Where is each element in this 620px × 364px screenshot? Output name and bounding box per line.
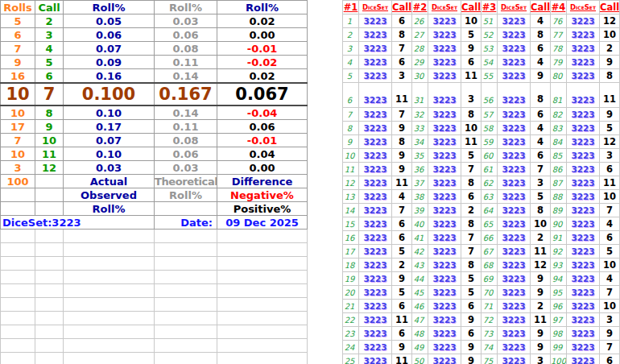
diceset-cell: 3223 [498, 83, 531, 108]
diceset-cell: 3223 [428, 245, 461, 259]
log-row: 332237283223953322367832232 [343, 42, 620, 56]
call-value-cell: 4 [600, 272, 620, 286]
diceset-cell: 3223 [359, 122, 392, 135]
call-value-cell: 8 [461, 176, 482, 190]
log-group-number-header: #3 [482, 1, 498, 14]
diceset-cell: 3223 [428, 135, 461, 149]
call-value-cell: 5 [531, 190, 551, 204]
empty-grid-cell [64, 339, 155, 353]
rollpct-label-cell: Roll% [155, 188, 217, 202]
diceset-cell: 3223 [567, 313, 600, 327]
roll-index-cell: 8 [343, 122, 359, 135]
call-value-cell: 6 [600, 354, 620, 364]
theoretical-cell: 0.167 [155, 83, 217, 105]
roll-index-cell: 35 [412, 149, 428, 163]
empty-grid-cell [35, 257, 64, 271]
empty-grid-cell [217, 325, 308, 339]
log-row: 183223243322386832231293322310 [343, 259, 620, 272]
call-value-cell: 6 [531, 108, 551, 122]
empty-grid-cell [64, 243, 155, 257]
roll-index-cell: 58 [482, 122, 498, 135]
roll-index-cell: 54 [482, 56, 498, 69]
roll-index-cell: 3 [343, 42, 359, 56]
call-value-cell: 9 [392, 341, 412, 354]
empty-grid-cell [35, 339, 64, 353]
diceset-cell: 3223 [428, 28, 461, 42]
call-value-cell: 9 [461, 42, 482, 56]
empty-grid-cell [64, 298, 155, 312]
diceset-cell: 3223 [428, 286, 461, 300]
empty-grid-row [1, 325, 308, 339]
diceset-cell: 3223 [498, 163, 531, 176]
call-value-cell: 8 [600, 69, 620, 83]
call-value-cell: 4 [531, 122, 551, 135]
difference-cell: -0.02 [217, 56, 308, 69]
call-value-cell: 8 [531, 28, 551, 42]
empty-grid-cell [155, 284, 217, 298]
empty-grid-row [1, 257, 308, 271]
roll-index-cell: 5 [343, 69, 359, 83]
rolls-cell: 17 [1, 120, 35, 134]
roll-index-cell: 4 [343, 56, 359, 69]
roll-index-cell: 25 [343, 354, 359, 364]
log-row: 1632236413223766322329132236 [343, 231, 620, 245]
actual-cell: 0.17 [64, 120, 155, 134]
diceset-cell: 3223 [567, 42, 600, 56]
roll-index-cell: 98 [551, 327, 567, 341]
empty-grid-cell [1, 271, 35, 284]
actual-cell: 0.10 [64, 105, 155, 120]
observed-label-cell: Observed [64, 188, 155, 202]
roll-index-cell: 1 [343, 14, 359, 28]
rolls-header: Rolls [1, 1, 35, 14]
log-diceset-header: DiceSet [567, 1, 600, 14]
diceset-cell: 3223 [428, 341, 461, 354]
roll-index-cell: 92 [551, 245, 567, 259]
call-value-cell: 9 [600, 327, 620, 341]
rolls-cell: 10 [1, 105, 35, 120]
roll-index-cell: 31 [412, 83, 428, 108]
call-value-cell: 3 [531, 354, 551, 364]
call-value-cell: 9 [531, 69, 551, 83]
rolls-cell: 16 [1, 69, 35, 84]
call-value-cell: 7 [392, 108, 412, 122]
diceset-cell: 3223 [567, 204, 600, 217]
log-row: 2322382732235523223877322310 [343, 28, 620, 42]
empty-grid-cell [155, 312, 217, 325]
roll-index-cell: 14 [343, 204, 359, 217]
difference-cell: 0.02 [217, 69, 308, 84]
roll-index-cell: 56 [482, 83, 498, 108]
theoretical-cell: 0.14 [155, 105, 217, 120]
diceset-cell: 3223 [498, 327, 531, 341]
empty-grid-cell [155, 243, 217, 257]
call-value-cell: 9 [600, 108, 620, 122]
roll-index-cell: 34 [412, 135, 428, 149]
rolls-cell: 6 [1, 28, 35, 42]
roll-index-cell: 91 [551, 231, 567, 245]
roll-index-cell: 38 [412, 190, 428, 204]
roll-index-cell: 51 [482, 14, 498, 28]
roll-index-cell: 47 [412, 313, 428, 327]
negative-pct-label-cell: Negative% [217, 188, 308, 202]
dice-roll-report: RollsCallRoll%Roll%Roll%520.050.030.0263… [0, 0, 620, 364]
call-value-cell: 10 [531, 217, 551, 231]
roll-index-cell: 28 [412, 42, 428, 56]
call-cell: 9 [35, 120, 64, 134]
diceset-cell: 3223 [498, 69, 531, 83]
roll-index-cell: 78 [551, 42, 567, 56]
diceset-cell: 3223 [359, 327, 392, 341]
rollpct-label-cell: Roll% [64, 202, 155, 216]
roll-index-cell: 23 [343, 327, 359, 341]
empty-grid-row [1, 271, 308, 284]
empty-grid-cell [1, 257, 35, 271]
blank-cell [1, 188, 35, 202]
theoretical-cell: 0.08 [155, 42, 217, 56]
roll-index-cell: 21 [343, 300, 359, 313]
difference-cell: 0.00 [217, 161, 308, 175]
diceset-cell: 3223 [428, 204, 461, 217]
log-row: 13322343832236633223588322310 [343, 190, 620, 204]
empty-grid-cell [1, 298, 35, 312]
theoretical-cell: 0.06 [155, 28, 217, 42]
call-value-cell: 9 [531, 327, 551, 341]
roll-index-cell: 43 [412, 259, 428, 272]
roll-index-cell: 96 [551, 300, 567, 313]
